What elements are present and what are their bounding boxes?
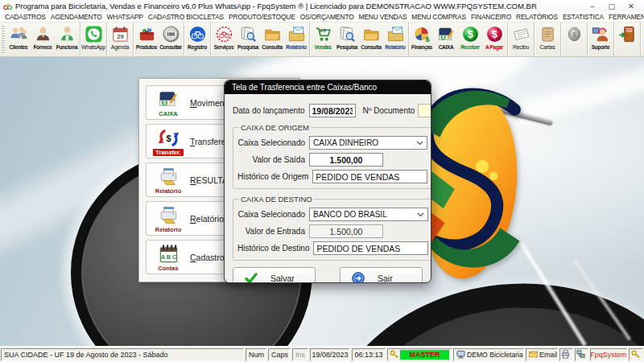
- menu-estatistica[interactable]: ESTATISTICA: [560, 13, 606, 21]
- employee-icon: [58, 25, 76, 43]
- toolbar-consulta-vendas[interactable]: Consulta: [359, 23, 383, 56]
- statusbar: SUA CIDADE - UF 19 de Agosto de 2023 - S…: [0, 346, 644, 362]
- pay-money-icon: $: [485, 25, 504, 43]
- toolbar-registro[interactable]: Registro: [185, 23, 209, 56]
- computer-icon: [456, 350, 465, 359]
- historico-destino-input[interactable]: [313, 241, 428, 255]
- menu-cadastro-bicicletas[interactable]: CADASTRO BICICLETAS: [146, 13, 226, 21]
- status-network: [575, 348, 588, 361]
- toolbar-financas[interactable]: $ Finanças: [410, 23, 434, 56]
- status-date: 19/08/2023: [310, 348, 350, 361]
- dialog-titlebar[interactable]: Tela de Trasferencia entre Caixas/Banco: [225, 80, 431, 94]
- menu-os-orcamento[interactable]: OS/ORÇAMENTO: [298, 13, 357, 21]
- svg-text:A B C: A B C: [160, 253, 175, 260]
- svg-text:$: $: [166, 133, 171, 142]
- receipt-icon: [512, 25, 530, 43]
- fpqsystem-logo: [419, 85, 533, 288]
- toolbar-produtos[interactable]: Produtos: [134, 23, 159, 56]
- svg-text:$: $: [492, 29, 497, 40]
- toolbar-recibo[interactable]: Recibo: [509, 23, 533, 56]
- toolbar: Clientes Fornece Funciona WhatsApp 29 Ag…: [0, 23, 644, 57]
- svg-text:$: $: [425, 35, 430, 43]
- toolbar-vendas[interactable]: Vendas: [311, 23, 335, 56]
- date-label: Data do lançamento: [233, 106, 305, 115]
- svg-text:29: 29: [117, 33, 124, 40]
- calendar-icon: 29: [111, 25, 130, 43]
- status-key: [629, 348, 643, 361]
- menu-ferramentas[interactable]: FERRAMENTAS: [606, 13, 644, 21]
- minimize-button[interactable]: –: [583, 1, 602, 11]
- status-caps-lock: Caps: [268, 348, 291, 361]
- svg-text:$: $: [468, 29, 473, 40]
- valor-saida-label: Valor de Saída: [237, 155, 305, 164]
- support-headset-icon: [592, 25, 610, 43]
- search-doc-icon: [239, 25, 258, 43]
- valor-saida-input[interactable]: [309, 153, 383, 167]
- network-icon: [576, 350, 585, 359]
- toolbar-suporte[interactable]: Suporte: [588, 23, 613, 56]
- destino-legend: CAIXA DE DESTINO: [239, 195, 314, 204]
- menu-agendamento[interactable]: AGENDAMENTO: [48, 13, 105, 21]
- menu-compras[interactable]: MENU COMPRAS: [409, 13, 469, 21]
- historico-origem-input[interactable]: [312, 170, 427, 183]
- clients-icon: [10, 25, 28, 43]
- client-area: $ CAIXA Movimento d $ Transfer. Transfer…: [0, 57, 644, 346]
- date-input[interactable]: [309, 104, 356, 117]
- maximize-button[interactable]: ▢: [602, 1, 621, 11]
- document-label: Nº Documento: [363, 106, 415, 115]
- toolbar-fornecedores[interactable]: Fornece: [31, 23, 55, 56]
- valor-entrada-input[interactable]: [309, 224, 383, 238]
- toolbar-pesquisa-os[interactable]: Pesquisa: [236, 23, 260, 56]
- salvar-button[interactable]: Salvar: [233, 267, 316, 283]
- toolbar-whatsapp[interactable]: WhatsApp: [81, 23, 105, 56]
- toolbar-consultar-barcode[interactable]: Consultar: [159, 23, 183, 56]
- destino-caixa-label: Caixa Selecionado: [237, 210, 305, 219]
- destino-caixa-select[interactable]: BANCO DO BRASIL: [309, 208, 428, 221]
- scroll-icon: [539, 25, 557, 43]
- toolbar-sair[interactable]: EXIT: [615, 23, 639, 56]
- status-insert: Ins: [292, 348, 308, 361]
- toolbar-relatorio-vendas[interactable]: Relatório: [383, 23, 407, 56]
- cashbook-icon: $: [437, 25, 456, 43]
- menu-relatorios[interactable]: RELATÓRIOS: [514, 13, 560, 21]
- close-button[interactable]: ✕: [621, 1, 641, 11]
- chevron-down-icon: [416, 141, 423, 146]
- toolbar-moeda[interactable]: $: [562, 23, 586, 56]
- toolbar-cartas[interactable]: Cartas: [535, 23, 559, 56]
- menu-vendas[interactable]: MENU VENDAS: [357, 13, 410, 21]
- sair-button[interactable]: Sair: [340, 267, 423, 283]
- toolbar-receber[interactable]: $ Receber: [458, 23, 482, 56]
- window-title: Programa para Bicicletaria, Vendas e Fin…: [15, 2, 578, 10]
- accounts-calendar-icon: A B C: [157, 243, 180, 265]
- origem-caixa-select[interactable]: CAIXA DINHEIRO: [309, 136, 427, 150]
- toolbar-servicos[interactable]: Serviços: [212, 23, 236, 56]
- menu-cadastros[interactable]: CADASTROS: [2, 13, 48, 21]
- menu-produto-estoque[interactable]: PRODUTO/ESTOQUE: [226, 13, 298, 21]
- receive-money-icon: $: [461, 25, 480, 43]
- barcode-icon: [162, 25, 180, 43]
- historico-destino-label: Histórico de Destino: [237, 244, 309, 253]
- toolbar-clientes[interactable]: Clientes: [6, 23, 31, 56]
- toolbar-agenda[interactable]: 29 Agenda: [108, 23, 132, 56]
- whatsapp-icon: [85, 25, 103, 43]
- app-window: Programa para Bicicletaria, Vendas e Fin…: [0, 0, 644, 362]
- document-input[interactable]: [418, 104, 431, 117]
- toolbar-funcionarios[interactable]: Funciona: [55, 23, 79, 56]
- transfer-dialog: Tela de Trasferencia entre Caixas/Banco …: [224, 80, 431, 283]
- toolbar-consulta-os[interactable]: Consulta: [260, 23, 284, 56]
- dialog-title: Tela de Trasferencia entre Caixas/Banco: [232, 83, 377, 92]
- menu-whatsapp[interactable]: WHATSAPP: [105, 13, 146, 21]
- coin-icon: $: [565, 25, 584, 43]
- cashbook-icon: $: [157, 88, 180, 110]
- email-icon: [529, 350, 538, 359]
- toolbar-pesquisa-vendas[interactable]: Pesquisa: [335, 23, 359, 56]
- toolbar-relatorio-os[interactable]: Relatório: [284, 23, 308, 56]
- toolbar-caixa[interactable]: $ CAIXA: [434, 23, 458, 56]
- toolbar-a-pagar[interactable]: $ A Pagar: [482, 23, 506, 56]
- toolbar-drag-handle[interactable]: [2, 26, 5, 53]
- origem-legend: CAIXA DE ORIGEM: [239, 123, 311, 132]
- bike-registry-icon: [188, 25, 207, 43]
- menu-financeiro[interactable]: FINANCEIRO: [469, 13, 514, 21]
- report-folder-icon: [386, 25, 405, 43]
- chevron-down-icon: [417, 212, 424, 217]
